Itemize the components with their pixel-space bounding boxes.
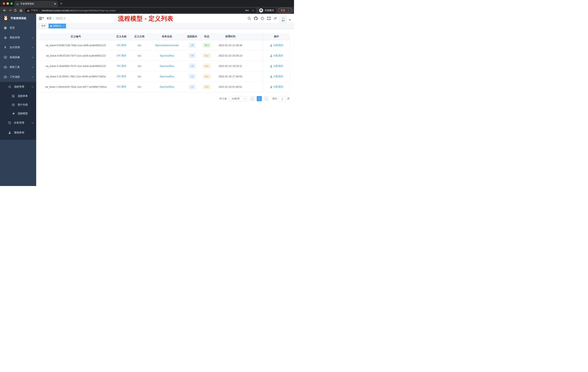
help-icon[interactable]: ?	[261, 17, 264, 20]
status-badge[interactable]: 挂起	[203, 53, 211, 58]
definition-name-link[interactable]: OA 请假	[117, 85, 126, 88]
definition-id: oa_leave:4:991f2193-7b7f-11ec-a3c8-acde4…	[40, 54, 112, 57]
window-controls[interactable]	[3, 2, 13, 5]
github-icon[interactable]	[254, 17, 258, 20]
minimize-window-button[interactable]	[7, 2, 9, 5]
sidebar-item-process-form[interactable]: 流程表单	[0, 92, 36, 100]
column-header: 定义名称	[112, 35, 131, 38]
breadcrumb: 首页 / 流程定义	[47, 17, 66, 20]
form-link[interactable]: /bpm/oa/leave/create	[155, 44, 179, 47]
deploy-time: 2022-01-22 19:19:11	[215, 65, 246, 67]
address-bar[interactable]: 不安全 dashboard.yudao.iocoder.cn/bpm/manag…	[25, 8, 257, 13]
sidebar-item-payment[interactable]: ¥ 支付管理	[0, 43, 36, 52]
sidebar-item-system[interactable]: 系统管理	[0, 33, 36, 43]
current-page-button[interactable]: 1	[257, 96, 262, 101]
annotation-title: 流程模型 - 定义列表	[118, 15, 173, 22]
definition-id: oa_leave:1:482ec033-762a-11ec-8477-a2380…	[40, 85, 112, 88]
column-header: 表单信息	[148, 35, 186, 38]
fullscreen-icon[interactable]	[267, 17, 271, 20]
sidebar-item-leave-query[interactable]: 请假查询	[0, 128, 36, 138]
warning-icon[interactable]	[27, 9, 30, 12]
form-link[interactable]: /bpm/oa/flow	[160, 54, 174, 57]
chevron-down-icon	[243, 98, 245, 99]
user-icon	[8, 131, 11, 134]
caret-down-icon[interactable]	[289, 20, 291, 22]
reload-icon[interactable]	[13, 9, 18, 12]
forward-icon[interactable]	[7, 9, 13, 12]
form-icon	[12, 95, 15, 98]
tag-close-icon[interactable]: ×	[63, 25, 64, 27]
sidebar-item-process-model[interactable]: 流程模型	[0, 109, 36, 118]
table-row: oa_leave:3:1fad3d93-7b75-11ec-a3c8-acde4…	[40, 61, 290, 71]
key-icon[interactable]	[245, 9, 249, 11]
status-badge[interactable]: 挂起	[203, 74, 211, 79]
close-window-button[interactable]	[3, 2, 5, 5]
assign-rule-button[interactable]: 分配规则	[270, 65, 283, 68]
sidebar-item-dev-tools[interactable]: 研发工具	[0, 62, 36, 72]
sidebar-item-infrastructure[interactable]: 基础设施	[0, 52, 36, 62]
zoom-window-button[interactable]	[10, 2, 13, 5]
form-link[interactable]: /bpm/oa/flow	[160, 85, 174, 88]
update-button[interactable]: 更新 ⋮	[278, 8, 292, 13]
sidebar-item-task-management[interactable]: 任务管理	[0, 118, 36, 128]
sidebar-item-process-management[interactable]: 流程管理	[0, 82, 36, 92]
table-header: 定义编号 定义名称 定义分类 表单信息 流程版本 状态 部署时间 操作	[40, 33, 290, 40]
next-page-button[interactable]: ›	[264, 96, 269, 101]
browser-tab[interactable]: 芋道管理系统 ✕	[14, 1, 58, 7]
deploy-time: 2022-01-16 17:46:53	[215, 75, 246, 78]
sidebar-item-home[interactable]: 首页	[0, 23, 36, 33]
back-icon[interactable]	[2, 9, 7, 12]
assign-rule-button[interactable]: 分配规则	[270, 75, 283, 78]
chevron-down-icon	[32, 37, 34, 38]
column-header: 流程版本	[186, 35, 199, 38]
pagination: 共 5 条 10条/页 ‹ 1 › 前往 页	[40, 96, 290, 101]
more-menu-icon[interactable]: ⋮	[287, 9, 290, 12]
form-link[interactable]: /bpm/oa/flow	[160, 65, 174, 67]
definition-name-link[interactable]: OA 请假	[117, 44, 126, 47]
definition-name-link[interactable]: OA 请假	[117, 54, 126, 57]
tab-close-icon[interactable]: ✕	[54, 2, 56, 5]
tab-title: 芋道管理系统	[20, 2, 54, 5]
definition-name-link[interactable]: OA 请假	[117, 65, 126, 68]
sidebar-fold-icon[interactable]	[39, 17, 43, 20]
sidebar-item-label: 工作流程	[10, 75, 20, 79]
page-size-select[interactable]: 10条/页	[229, 96, 247, 101]
url-path[interactable]: /bpm/manager/definition?key=oa_leave	[73, 9, 116, 12]
page-unit-label: 页	[287, 97, 290, 100]
search-icon[interactable]	[248, 17, 251, 20]
font-size-icon[interactable]: TT	[274, 17, 277, 20]
url-host[interactable]: dashboard.yudao.iocoder.cn	[42, 9, 73, 12]
status-badge[interactable]: 挂起	[203, 85, 211, 89]
assign-rule-button[interactable]: 分配规则	[270, 54, 283, 57]
sidebar-item-label: 任务管理	[14, 121, 24, 124]
app-logo[interactable]: 芋道管理系统	[0, 14, 36, 22]
tag-process-definition[interactable]: 流程定义 ×	[49, 24, 66, 28]
paper-plane-icon	[12, 112, 15, 115]
goto-page-input[interactable]	[279, 96, 286, 101]
table-row: oa_leave:1:482ec033-762a-11ec-8477-a2380…	[40, 82, 290, 92]
user-avatar[interactable]	[280, 16, 286, 23]
definition-name-link[interactable]: OA 请假	[117, 75, 126, 78]
chevron-down-icon	[32, 57, 34, 58]
prev-page-button[interactable]: ‹	[250, 96, 255, 101]
security-label[interactable]: 不安全	[31, 9, 38, 12]
star-icon[interactable]: ☆	[252, 9, 254, 12]
sidebar-item-user-group[interactable]: 用户分组	[0, 100, 36, 109]
home-icon[interactable]	[18, 9, 24, 12]
form-link[interactable]: /bpm/oa/flow	[160, 75, 174, 78]
robot-icon	[12, 103, 15, 106]
table-row: oa_leave:5:004b710b-7b8a-11ec-8ef0-acde4…	[40, 40, 290, 51]
breadcrumb-home[interactable]: 首页	[47, 17, 52, 20]
chevron-down-icon	[32, 47, 34, 48]
new-tab-icon[interactable]: +	[60, 2, 62, 6]
column-header: 定义分类	[131, 35, 148, 38]
status-badge[interactable]: 挂起	[203, 64, 211, 69]
chevron-up-icon	[32, 77, 34, 78]
definition-id: oa_leave:5:004b710b-7b8a-11ec-8ef0-acde4…	[40, 44, 112, 47]
status-badge[interactable]: 激活	[203, 43, 211, 48]
assign-rule-button[interactable]: 分配规则	[270, 44, 283, 47]
version-badge: v4	[189, 53, 195, 58]
tag-home[interactable]: 首页	[40, 24, 47, 28]
assign-rule-button[interactable]: 分配规则	[270, 85, 283, 88]
sidebar-item-workflow[interactable]: 工作流程	[0, 72, 36, 82]
